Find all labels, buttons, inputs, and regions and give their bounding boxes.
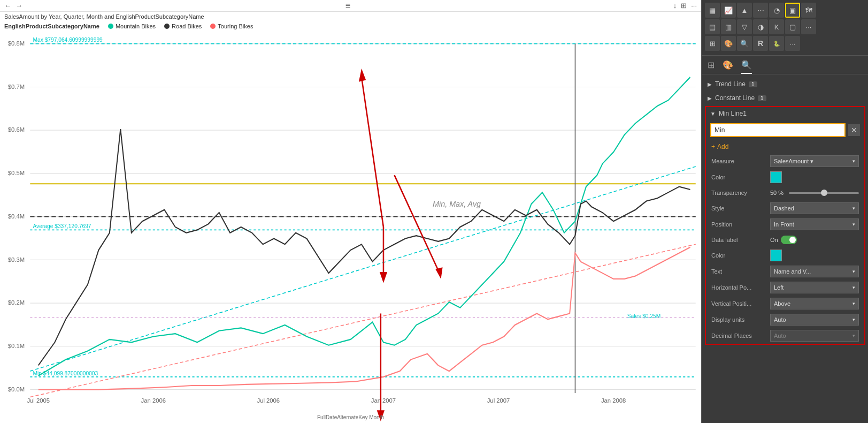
min-line-header[interactable]: ▼ Min Line 1 [706,107,864,120]
data-label-toggle[interactable]: On [770,236,797,244]
transparency-row: Transparency 50 % [706,185,864,200]
min-close-button[interactable]: ✕ [848,124,860,136]
pie-chart-icon[interactable]: ◔ [769,3,784,18]
svg-text:Max $797,064.60999999999: Max $797,064.60999999999 [33,36,102,43]
vertical-pos-label: Vertical Positi... [711,300,770,307]
horizontal-pos-dropdown[interactable]: Left ▾ [770,282,859,293]
grid-chart-icon[interactable]: ▣ [785,3,800,18]
min-line-chevron: ▼ [710,111,716,117]
forward-icon[interactable]: → [16,2,22,10]
transparency-slider[interactable] [789,192,859,194]
more-icon[interactable]: ··· [691,2,697,10]
toggle-on-indicator[interactable] [781,236,797,244]
card-icon[interactable]: ▢ [785,19,800,34]
min-name-input[interactable] [710,123,846,137]
svg-text:Jan 2006: Jan 2006 [141,397,166,404]
100-bar-icon[interactable]: ▥ [721,19,736,34]
add-row[interactable]: + Add [706,140,864,153]
add-icon: + [711,143,715,150]
funnel-icon[interactable]: ▽ [737,19,752,34]
format-icon[interactable]: 🎨 [721,36,736,51]
svg-text:$0.4M: $0.4M [8,213,25,220]
map-chart-icon[interactable]: 🗺 [801,3,816,18]
min-line-label: Min Line [719,110,743,117]
style-dropdown[interactable]: Dashed ▾ [770,202,859,214]
constant-line-chevron: ▶ [708,95,712,101]
svg-text:Jan 2007: Jan 2007 [371,397,396,404]
color-value-1 [770,171,859,183]
data-label-label: Data label [711,237,770,243]
position-dropdown[interactable]: In Front ▾ [770,218,859,230]
chart-topbar: ← → ≡ ↓ ⊞ ··· [0,0,701,12]
panel-content: ▶ Trend Line 1 ▶ Constant Line 1 ▼ Min L… [702,74,868,423]
svg-marker-38 [359,69,366,82]
add-label: Add [717,143,728,150]
tab-analytics[interactable]: 🔍 [741,60,752,74]
python-icon[interactable]: 🐍 [769,36,784,51]
measure-label: Measure [711,158,770,164]
decimal-places-row: Decimal Places Auto ▾ [706,328,864,344]
svg-text:Jul 2007: Jul 2007 [487,397,510,404]
color-row-1: Color [706,169,864,185]
legend-item-road: Road Bikes [164,23,202,29]
measure-value: SalesAmount ▾ ▾ [770,155,859,167]
svg-text:$0.8M: $0.8M [8,40,25,47]
horizontal-pos-row: Horizontal Po... Left ▾ [706,280,864,296]
svg-text:Average $337,120.7697: Average $337,120.7697 [33,223,91,229]
decimal-places-value: Auto ▾ [770,330,859,342]
stacked-bar-icon[interactable]: ▤ [705,19,720,34]
svg-text:$0.0M: $0.0M [8,386,25,392]
back-icon[interactable]: ← [4,2,11,10]
measure-row: Measure SalesAmount ▾ ▾ [706,153,864,169]
data-label-row: Data label On [706,232,864,247]
color-picker-2[interactable] [770,250,782,261]
gauge-icon[interactable]: ◑ [753,19,768,34]
kpi-icon[interactable]: K [769,19,784,34]
constant-line-section-header[interactable]: ▶ Constant Line 1 [702,91,868,105]
legend-item-touring: Touring Bikes [210,23,253,29]
svg-text:$0.2M: $0.2M [8,299,25,306]
color-value-2 [770,250,859,261]
svg-text:$0.6M: $0.6M [8,126,25,133]
display-units-dropdown[interactable]: Auto ▾ [770,314,859,326]
svg-line-43 [394,175,438,270]
table-view-icon[interactable]: ⊞ [705,36,720,51]
legend-label-touring: Touring Bikes [218,23,253,29]
svg-text:$0.3M: $0.3M [8,256,25,262]
scatter-chart-icon[interactable]: ⋯ [753,3,768,18]
chart-title: SalesAmount by Year, Quarter, Month and … [0,12,701,21]
transparency-label: Transparency [711,190,770,196]
text-label: Text [711,268,770,275]
more-charts-icon[interactable]: ··· [801,19,816,34]
expand-icon[interactable]: ⊞ [681,2,687,10]
trend-line-chevron: ▶ [708,81,712,87]
style-value: Dashed ▾ [770,202,859,214]
svg-text:$0.7M: $0.7M [8,83,25,89]
tab-format[interactable]: 🎨 [723,60,733,74]
line-chart-icon[interactable]: 📈 [721,3,736,18]
constant-line-badge: 1 [758,95,766,101]
color-label-1: Color [711,174,770,180]
bar-chart-icon[interactable]: ▦ [705,3,720,18]
trend-line-badge: 1 [749,81,757,87]
extra-icon[interactable]: ··· [785,36,800,51]
text-dropdown[interactable]: Name and V... ▾ [770,266,859,277]
color-picker-1[interactable] [770,171,782,183]
analytics-icon[interactable]: 🔍 [737,36,752,51]
vertical-pos-dropdown[interactable]: Above ▾ [770,298,859,309]
download-icon[interactable]: ↓ [673,2,677,10]
text-value: Name and V... ▾ [770,266,859,277]
area-chart-icon[interactable]: ▲ [737,3,752,18]
data-label-value: On [770,236,859,244]
svg-line-33 [30,244,695,397]
style-row: Style Dashed ▾ [706,200,864,216]
color-label-2: Color [711,252,770,259]
decimal-places-dropdown[interactable]: Auto ▾ [770,330,859,342]
topbar-menu-icon[interactable]: ≡ [345,1,350,11]
trend-line-section-header[interactable]: ▶ Trend Line 1 [702,77,868,91]
r-icon[interactable]: R [753,36,768,51]
svg-line-32 [30,167,695,371]
tab-fields[interactable]: ⊞ [708,60,715,74]
measure-dropdown[interactable]: SalesAmount ▾ ▾ [770,155,859,167]
display-units-label: Display units [711,316,770,323]
